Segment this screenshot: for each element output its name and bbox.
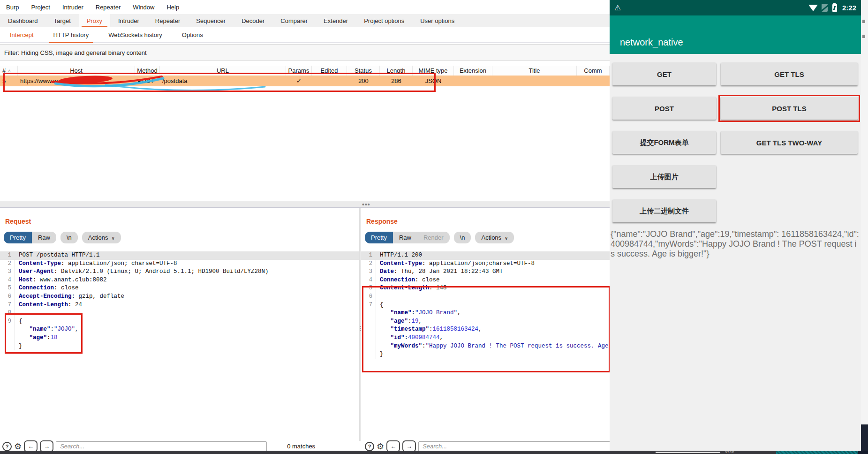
line-text: Content-Type: application/json; charset=… [19, 260, 177, 268]
column-header-item[interactable]: #˄ [0, 66, 18, 76]
line-number [361, 325, 376, 334]
column-header-edited[interactable]: Edited [312, 66, 347, 76]
code-segment: "name" [391, 310, 412, 316]
subtab-http-history[interactable]: HTTP history [44, 27, 99, 42]
horizontal-splitter[interactable]: ••• [0, 201, 610, 208]
code-line: 4Host: www.anant.club:8082 [0, 276, 359, 285]
response-editor[interactable]: 1HTTP/1.1 2002Content-Type: application/… [361, 251, 610, 359]
prev-match-button[interactable]: ← [386, 440, 400, 451]
code-segment [380, 334, 391, 341]
response-panel: Response Pretty Raw Render \n Actions∨ 1… [361, 214, 610, 441]
menu-intruder[interactable]: Intruder [56, 4, 90, 11]
request-search-input[interactable] [56, 441, 267, 451]
code-segment: "JOJO" [54, 326, 75, 333]
tab-proxy[interactable]: Proxy [79, 14, 110, 27]
column-header-mime-type[interactable]: MIME type [413, 66, 454, 76]
tab-raw[interactable]: Raw [32, 232, 56, 243]
prev-match-button[interactable]: ← [24, 440, 38, 451]
column-header-comm[interactable]: Comm [577, 66, 610, 76]
column-header-url[interactable]: URL [160, 66, 286, 76]
menu-window[interactable]: Window [127, 4, 160, 11]
actions-button[interactable]: Actions∨ [82, 232, 121, 243]
code-segment: 1611858163424 [433, 326, 479, 333]
column-header-params[interactable]: Params [286, 66, 312, 76]
app-button-get[interactable]: GET [612, 63, 716, 85]
line-number [361, 350, 376, 359]
app-button-post[interactable]: POST [612, 97, 716, 120]
code-line: 5Connection: close [0, 284, 359, 293]
line-text: Content-Length: 24 [19, 301, 82, 310]
tab-user-options[interactable]: User options [412, 14, 462, 27]
code-line: 8 [0, 309, 359, 318]
code-line: "age":19, [361, 318, 610, 326]
tab-repeater[interactable]: Repeater [147, 14, 188, 27]
code-segment: : [47, 334, 51, 341]
tab-pretty[interactable]: Pretty [4, 232, 32, 243]
column-header-method[interactable]: Method [135, 66, 160, 76]
menu-project[interactable]: Project [25, 4, 56, 11]
tab-raw[interactable]: Raw [393, 232, 417, 243]
subtab-options[interactable]: Options [172, 27, 213, 42]
column-header-extension[interactable]: Extension [454, 66, 492, 76]
column-header-host[interactable]: Host [18, 66, 135, 76]
tab-newline[interactable]: \n [454, 232, 471, 243]
code-segment: : [422, 343, 426, 349]
line-number: 2 [361, 260, 376, 268]
filter-text: Filter: Hiding CSS, image and general bi… [4, 49, 147, 56]
code-segment [380, 318, 391, 325]
line-text: { [19, 318, 23, 326]
taskbar-sliver: STOP [0, 451, 868, 454]
tab-intruder[interactable]: Intruder [110, 14, 147, 27]
empty-cell [721, 166, 858, 188]
help-icon[interactable]: ? [365, 442, 374, 451]
app-button-form[interactable]: 提交FORM表单 [612, 131, 716, 154]
filter-bar[interactable]: Filter: Hiding CSS, image and general bi… [0, 44, 610, 61]
column-header-title[interactable]: Title [492, 66, 577, 76]
next-match-button[interactable]: → [40, 440, 53, 451]
menu-burp[interactable]: Burp [0, 4, 25, 11]
code-line: 3Date: Thu, 28 Jan 2021 18:22:43 GMT [361, 268, 610, 276]
tab-target[interactable]: Target [46, 14, 79, 27]
clipped-right-strip [861, 0, 868, 454]
app-button-get-tls-two-way[interactable]: GET TLS TWO-WAY [721, 131, 858, 154]
response-search-input[interactable] [418, 441, 610, 451]
next-match-button[interactable]: → [402, 440, 416, 451]
app-button-item[interactable]: 上传图片 [612, 166, 716, 188]
code-segment: : 24 [68, 302, 82, 308]
line-text: } [19, 342, 23, 351]
tab-comparer[interactable]: Comparer [272, 14, 316, 27]
code-segment: , [457, 310, 461, 316]
tab-pretty[interactable]: Pretty [365, 232, 393, 243]
subtab-websockets-history[interactable]: WebSockets history [98, 27, 172, 42]
actions-button[interactable]: Actions∨ [475, 232, 514, 243]
tab-decoder[interactable]: Decoder [234, 14, 272, 27]
app-button-item[interactable]: 上传二进制文件 [612, 200, 716, 222]
code-segment: Content-Length [19, 302, 68, 308]
menu-help[interactable]: Help [160, 4, 185, 11]
main-tab-bar: DashboardTargetProxyIntruderRepeaterSequ… [0, 14, 610, 28]
tab-newline[interactable]: \n [60, 232, 78, 243]
app-button-get-tls[interactable]: GET TLS [721, 63, 858, 85]
menu-repeater[interactable]: Repeater [90, 4, 127, 11]
splitter-handle-icon[interactable]: ••• [362, 201, 370, 208]
tab-project-options[interactable]: Project options [356, 14, 412, 27]
tab-dashboard[interactable]: Dashboard [0, 14, 46, 27]
code-line: 1POST /postdata HTTP/1.1 [0, 251, 359, 260]
tab-sequencer[interactable]: Sequencer [188, 14, 234, 27]
line-text: Connection: close [380, 276, 440, 285]
code-segment: "name" [30, 326, 51, 333]
tab-extender[interactable]: Extender [316, 14, 356, 27]
app-button-post-tls[interactable]: POST TLS [721, 97, 858, 120]
response-search-bar: ? ⚙ ← → [365, 440, 610, 451]
request-editor[interactable]: 1POST /postdata HTTP/1.12Content-Type: a… [0, 251, 359, 350]
column-header-status[interactable]: Status [347, 66, 380, 76]
gear-icon[interactable]: ⚙ [377, 442, 384, 451]
code-segment: : application/json; charset=UTF-8 [61, 260, 177, 267]
line-number [361, 342, 376, 351]
gear-icon[interactable]: ⚙ [14, 442, 22, 451]
history-table-row[interactable]: 5https://www.anant.club:8082POST/postdat… [0, 76, 610, 86]
subtab-intercept[interactable]: Intercept [0, 27, 44, 42]
help-icon[interactable]: ? [2, 442, 12, 451]
code-line: 1HTTP/1.1 200 [361, 251, 610, 260]
column-header-length[interactable]: Length [380, 66, 413, 76]
